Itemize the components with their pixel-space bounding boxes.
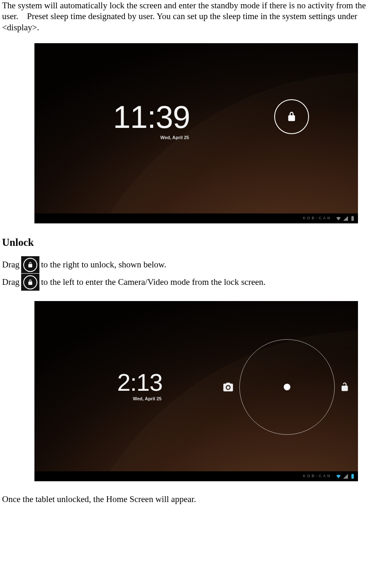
unlock-center-handle[interactable] [284,384,290,390]
clock-widget: 2:13 Wed, April 25 [117,367,163,402]
footer-paragraph: Once the tablet unlocked, the Home Scree… [2,494,390,505]
camera-icon [222,381,234,393]
planet-horizon-decoration [59,72,358,223]
instruction-2-prefix: Drag [2,277,19,287]
signal-icon [343,216,348,221]
instruction-line-2: Drag to the left to enter the Camera/Vid… [2,274,390,291]
instruction-line-1: Drag to the right to unlock, shown below… [2,256,390,273]
intro-paragraph: The system will automatically lock the s… [2,0,390,33]
lock-handle-ring[interactable] [274,99,309,134]
clock-time: 11:39 [113,97,190,137]
navbar-ssid: KOB-CAN [303,474,331,478]
wifi-icon [336,473,341,479]
tablet-lock-screen-2: 2:13 Wed, April 25 KOB-CAN [34,301,358,481]
unlock-heading: Unlock [2,236,390,249]
lock-icon [27,279,34,286]
battery-icon [350,216,355,221]
lock-icon [27,262,34,268]
battery-icon [350,473,355,479]
system-navbar: KOB-CAN [34,213,358,223]
inline-lock-circle [23,258,37,272]
wifi-icon [336,216,341,221]
instruction-2-suffix: to the left to enter the Camera/Video mo… [41,277,265,287]
lock-icon [286,111,297,122]
signal-icon [343,473,348,479]
inline-lock-icon-box-2 [21,274,39,291]
lock-screen-figure-1: 11:39 Wed, April 25 KOB-CAN [0,43,392,223]
tablet-lock-screen-1: 11:39 Wed, April 25 KOB-CAN [34,43,358,223]
instruction-1-prefix: Drag [2,259,19,270]
inline-lock-circle [23,275,37,289]
instruction-1-suffix: to the right to unlock, shown below. [41,259,166,270]
camera-target[interactable] [221,380,235,394]
inline-lock-icon-box-1 [21,256,39,273]
unlock-target[interactable] [338,381,351,393]
clock-time: 2:13 [117,367,163,398]
system-navbar: KOB-CAN [34,471,358,481]
lock-screen-figure-2: 2:13 Wed, April 25 KOB-CAN [0,301,392,481]
unlock-icon [339,382,350,392]
navbar-ssid: KOB-CAN [303,216,331,220]
clock-widget: 11:39 Wed, April 25 [113,97,190,141]
